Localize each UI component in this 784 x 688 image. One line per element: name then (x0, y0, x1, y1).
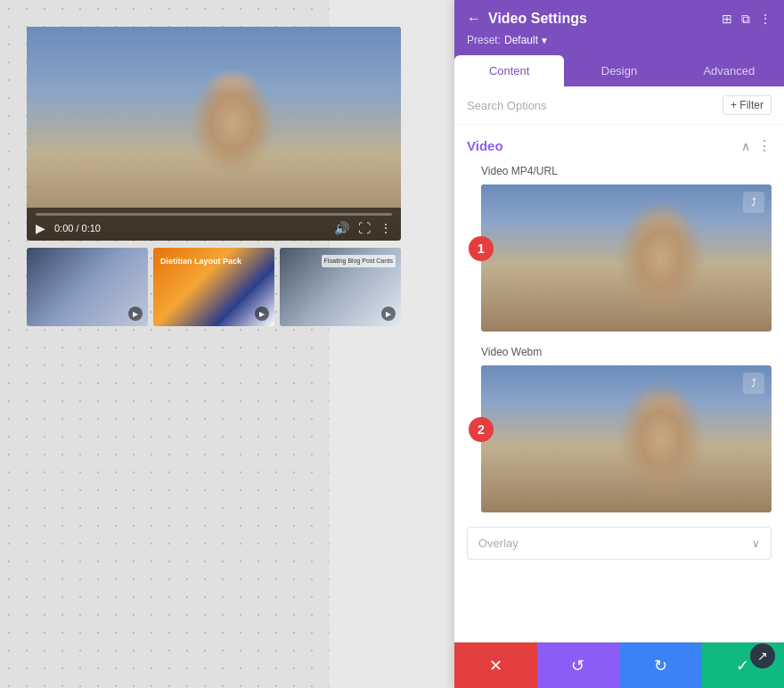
panel-content: Video ∧ ⋮ 1 Video MP4/URL ⤴ 2 Video Webm (454, 125, 784, 642)
progress-bar[interactable] (36, 213, 392, 216)
preset-row: Preset: Default ▼ (467, 34, 772, 46)
fullscreen-button[interactable]: ⛶ (358, 221, 371, 235)
thumb-2-title: Dietitian Layout Pack (160, 257, 267, 267)
save-icon: ✓ (736, 656, 749, 676)
video-mp4-preview[interactable]: ⤴ (481, 184, 772, 332)
filter-button[interactable]: + Filter (723, 95, 772, 115)
thumbnail-2[interactable]: Dietitian Layout Pack ▶ (153, 248, 274, 326)
overlay-label: Overlay (478, 536, 519, 550)
overlay-chevron-icon: ∨ (752, 537, 760, 550)
video-mp4-upload-icon[interactable]: ⤴ (743, 192, 764, 213)
responsive-icon[interactable]: ⊞ (722, 12, 732, 26)
section-more-icon[interactable]: ⋮ (757, 137, 772, 154)
video-webm-upload-icon[interactable]: ⤴ (743, 373, 764, 394)
play-button[interactable]: ▶ (36, 221, 45, 235)
header-icons: ⊞ ⧉ ⋮ (722, 12, 772, 27)
section-collapse-icon[interactable]: ∧ (741, 139, 750, 153)
thumb-3-title: Floating Blog Post Cards (322, 255, 396, 267)
thumbnails-row: ▶ Dietitian Layout Pack ▶ Floating Blog … (27, 248, 401, 326)
tab-design[interactable]: Design (564, 55, 674, 86)
title-left: ← Video Settings (467, 11, 587, 27)
preset-value[interactable]: Default (504, 34, 538, 46)
redo-button[interactable]: ↻ (619, 643, 702, 688)
controls-row: ▶ 0:00 / 0:10 🔊 ⛶ ⋮ (36, 221, 392, 235)
thumbnail-3[interactable]: Floating Blog Post Cards ▶ (280, 248, 401, 326)
panel-header: ← Video Settings ⊞ ⧉ ⋮ Preset: Default ▼ (454, 0, 784, 55)
search-placeholder[interactable]: Search Options (467, 99, 547, 112)
badge-1: 1 (469, 236, 494, 261)
tab-content[interactable]: Content (454, 55, 564, 86)
panel-title: Video Settings (488, 11, 587, 27)
expand-icon[interactable]: ⧉ (741, 12, 750, 27)
cancel-button[interactable]: ✕ (454, 643, 537, 688)
video-mp4-img (481, 184, 772, 332)
video-mp4-field: 1 Video MP4/URL ⤴ (481, 165, 772, 332)
badge-2: 2 (469, 417, 494, 442)
section-title-video: Video (467, 138, 503, 153)
video-webm-field: 2 Video Webm ⤴ (481, 346, 772, 512)
video-webm-preview[interactable]: ⤴ (481, 365, 772, 512)
right-controls: 🔊 ⛶ ⋮ (334, 221, 392, 235)
left-panel: ▶ 0:00 / 0:10 🔊 ⛶ ⋮ ▶ Dietitian Layout P… (27, 27, 401, 326)
video-webm-person (481, 365, 772, 512)
cursor-icon: ↗ (750, 643, 775, 668)
thumb-2-play: ▶ (255, 307, 269, 321)
thumb-3-play: ▶ (381, 307, 396, 321)
title-row: ← Video Settings ⊞ ⧉ ⋮ (467, 11, 772, 27)
volume-button[interactable]: 🔊 (334, 221, 349, 235)
back-button[interactable]: ← (467, 11, 481, 27)
undo-button[interactable]: ↺ (537, 643, 620, 688)
cancel-icon: ✕ (489, 656, 502, 676)
video-section-header: Video ∧ ⋮ (467, 137, 772, 154)
thumbnail-1[interactable]: ▶ (27, 248, 148, 326)
preset-arrow[interactable]: ▼ (540, 36, 549, 45)
section-controls: ∧ ⋮ (741, 137, 772, 154)
action-bar: ✕ ↺ ↻ ✓ (454, 642, 784, 688)
thumb-1-play: ▶ (128, 307, 143, 321)
video-player[interactable]: ▶ 0:00 / 0:10 🔊 ⛶ ⋮ (27, 27, 401, 241)
tabs-row: Content Design Advanced (454, 55, 784, 86)
search-bar: Search Options + Filter (454, 86, 784, 125)
more-icon[interactable]: ⋮ (759, 12, 772, 26)
video-webm-label: Video Webm (481, 346, 772, 358)
filter-label: + Filter (731, 99, 764, 111)
settings-panel: ← Video Settings ⊞ ⧉ ⋮ Preset: Default ▼… (454, 0, 784, 688)
undo-icon: ↺ (571, 656, 584, 676)
video-controls: ▶ 0:00 / 0:10 🔊 ⛶ ⋮ (27, 208, 401, 241)
more-options-button[interactable]: ⋮ (380, 221, 392, 235)
video-mp4-label: Video MP4/URL (481, 165, 772, 177)
video-mp4-person (481, 184, 772, 332)
redo-icon: ↻ (654, 656, 667, 676)
video-webm-img (481, 365, 772, 512)
overlay-dropdown[interactable]: Overlay ∨ (467, 527, 772, 560)
time-display: 0:00 / 0:10 (54, 223, 325, 233)
tab-advanced[interactable]: Advanced (674, 55, 784, 86)
preset-label: Preset: (467, 34, 501, 46)
